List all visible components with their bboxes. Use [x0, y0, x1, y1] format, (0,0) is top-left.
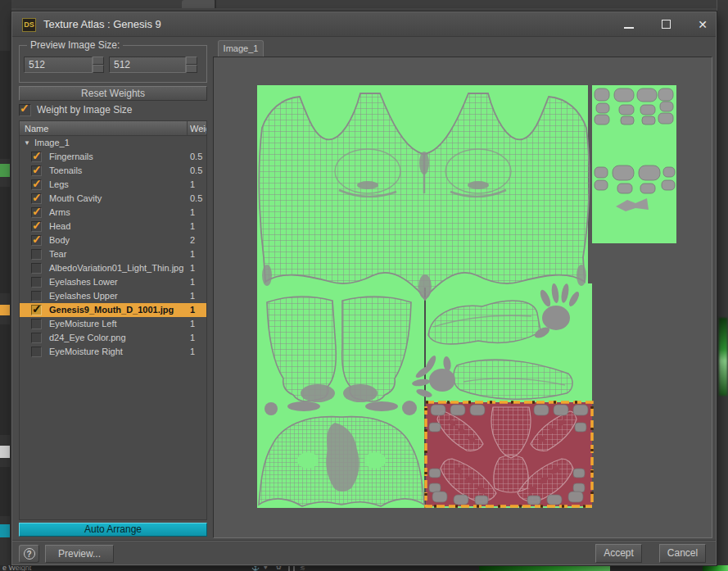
table-row[interactable]: Tear1 — [20, 247, 206, 261]
preview-width-spinner[interactable] — [93, 57, 104, 73]
table-row[interactable]: ✓Toenails0.5 — [20, 164, 206, 178]
table-row[interactable]: ✓Arms1 — [20, 206, 206, 220]
anchor-icon: ⚓ — [251, 565, 260, 571]
row-label: AlbedoVariation01_Light_Thin.jpg — [49, 261, 183, 275]
table-row[interactable]: ✓Body2 — [20, 233, 206, 247]
accept-button[interactable]: Accept — [595, 544, 642, 563]
cancel-button[interactable]: Cancel — [659, 544, 706, 563]
window-title: Texture Atlas : Genesis 9 — [43, 12, 161, 37]
help-button[interactable]: ? — [19, 545, 39, 563]
minimize-button[interactable] — [620, 16, 638, 33]
row-checkbox[interactable] — [31, 291, 42, 301]
table-rows: ✓Fingernails0.5✓Toenails0.5✓Legs1✓Mouth … — [20, 150, 206, 359]
checkmark-icon: ✓ — [32, 191, 42, 205]
reset-weights-button[interactable]: Reset Weights — [19, 86, 207, 101]
background-image-fragment — [703, 565, 728, 571]
row-label: Legs — [49, 178, 69, 192]
row-weight: 0.5 — [190, 192, 202, 206]
row-checkbox[interactable] — [31, 277, 42, 288]
group-label: Image_1 — [34, 136, 70, 150]
row-label: d24_Eye Color.png — [49, 331, 126, 345]
row-weight: 0.5 — [190, 150, 202, 164]
close-button[interactable]: ✕ — [694, 16, 712, 33]
spin-down-button[interactable] — [93, 65, 104, 73]
spin-up-button[interactable] — [93, 57, 104, 65]
table-row[interactable]: ✓Legs1 — [20, 178, 206, 192]
row-checkbox[interactable]: ✓ — [31, 152, 42, 162]
tab-image-1[interactable]: Image_1 — [218, 40, 264, 57]
row-weight: 1 — [190, 206, 195, 220]
spin-down-button[interactable] — [186, 65, 197, 73]
table-header[interactable]: Name Weight — [20, 121, 206, 136]
row-checkbox[interactable]: ✓ — [31, 221, 42, 232]
checkmark-icon: ✓ — [32, 219, 42, 233]
row-weight: 1 — [190, 275, 195, 289]
checkmark-icon: ✓ — [32, 149, 42, 163]
row-label: Mouth Cavity — [49, 192, 102, 206]
minimize-icon — [624, 27, 634, 29]
table-row[interactable]: ✓Fingernails0.5 — [20, 150, 206, 164]
table-row[interactable]: ✓Genesis9_Mouth_D_1001.jpg1 — [20, 303, 206, 317]
divider — [293, 565, 295, 571]
row-weight: 2 — [190, 233, 195, 247]
table-row[interactable]: d24_Eye Color.png1 — [20, 331, 206, 345]
table-row[interactable]: ✓Head1 — [20, 220, 206, 233]
row-checkbox[interactable] — [31, 319, 42, 329]
background-fragment-white — [0, 446, 10, 458]
checkmark-icon: ✓ — [32, 177, 42, 191]
selected-mouth-region[interactable] — [426, 402, 592, 506]
checkmark-icon: ✓ — [32, 233, 42, 247]
table-group-row[interactable]: ▼ Image_1 — [20, 136, 206, 150]
row-checkbox[interactable] — [31, 347, 42, 357]
row-checkbox[interactable] — [31, 333, 42, 343]
cursor-icon: ≲ — [300, 565, 305, 571]
background-left-strip — [0, 0, 11, 571]
auto-arrange-button[interactable]: Auto Arrange — [19, 523, 207, 537]
row-checkbox[interactable]: ✓ — [31, 193, 42, 204]
row-checkbox[interactable]: ✓ — [31, 179, 42, 190]
preview-height-input[interactable]: 512 — [109, 57, 186, 73]
atlas-preview-canvas[interactable] — [213, 57, 712, 538]
row-checkbox[interactable]: ✓ — [31, 207, 42, 218]
maximize-button[interactable] — [658, 16, 676, 33]
row-label: Arms — [49, 206, 70, 220]
column-divider[interactable] — [187, 121, 188, 136]
table-row[interactable]: ✓Mouth Cavity0.5 — [20, 192, 206, 206]
texture-atlas-image[interactable] — [257, 85, 676, 508]
close-icon: ✕ — [694, 16, 712, 33]
spin-up-button[interactable] — [186, 57, 197, 65]
tree-expander-icon[interactable]: ▼ — [24, 136, 30, 150]
row-checkbox[interactable]: ✓ — [31, 165, 42, 176]
preview-width-input[interactable]: 512 — [24, 57, 93, 73]
row-checkbox[interactable] — [31, 263, 42, 274]
row-weight: 0.5 — [190, 164, 202, 178]
row-weight: 1 — [190, 220, 195, 233]
background-fragment — [0, 187, 10, 293]
background-weight-text: e Weight — [2, 565, 31, 571]
background-bottom-strip: e Weight ⚓ ♥ ✿ ≲ — [0, 565, 728, 571]
row-label: EyeMoisture Left — [49, 317, 117, 331]
table-row[interactable]: Eyelashes Upper1 — [20, 289, 206, 303]
background-fragment-orange — [0, 305, 10, 315]
table-row[interactable]: AlbedoVariation01_Light_Thin.jpg1 — [20, 261, 206, 275]
table-row[interactable]: EyeMoisture Left1 — [20, 317, 206, 331]
head-uv-island[interactable] — [259, 417, 424, 506]
table-row[interactable]: Eyelashes Lower1 — [20, 275, 206, 289]
weight-column-header[interactable]: Weight — [190, 121, 207, 136]
preview-height-spinner[interactable] — [186, 57, 197, 73]
row-checkbox[interactable]: ✓ — [31, 235, 42, 246]
row-checkbox[interactable] — [31, 249, 42, 260]
row-weight: 1 — [190, 289, 195, 303]
weight-by-image-size-checkbox[interactable]: ✓ — [19, 104, 31, 116]
background-fragment — [0, 51, 10, 159]
row-weight: 1 — [190, 261, 195, 275]
table-row[interactable]: EyeMoisture Right1 — [20, 345, 206, 359]
row-checkbox[interactable]: ✓ — [31, 305, 42, 315]
name-column-header[interactable]: Name — [25, 121, 48, 136]
background-top-strip — [0, 0, 728, 11]
row-weight: 1 — [190, 317, 195, 331]
background-fragment-green — [0, 164, 10, 177]
preview-button[interactable]: Preview... — [45, 545, 114, 563]
checkmark-icon: ✓ — [32, 163, 42, 177]
title-bar[interactable]: DS Texture Atlas : Genesis 9 ✕ — [12, 12, 716, 37]
